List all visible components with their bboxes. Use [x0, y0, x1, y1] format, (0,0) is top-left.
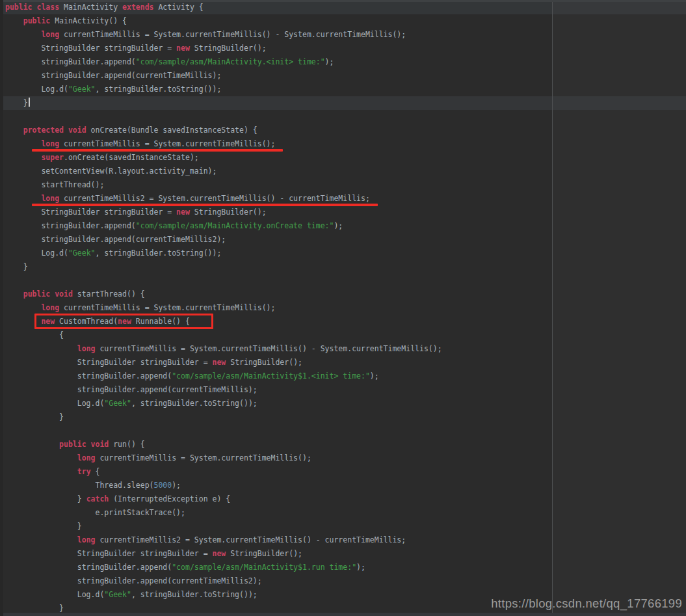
code-token: currentTimeMillis = System.currentTimeMi… [64, 30, 406, 39]
code-line[interactable]: StringBuilder stringBuilder = new String… [0, 206, 686, 219]
code-line[interactable]: stringBuilder.append(currentTimeMillis2)… [0, 233, 686, 247]
code-token [5, 467, 77, 476]
code-token: "Geek" [104, 399, 131, 408]
code-token: stringBuilder.append(currentTimeMillis); [5, 71, 221, 80]
code-token: public class [5, 3, 64, 12]
code-token: currentTimeMillis2 = System.currentTimeM… [64, 194, 370, 203]
code-token: { [5, 330, 64, 340]
code-token: currentTimeMillis = System.currentTimeMi… [64, 303, 275, 312]
editor-bottom-edge [0, 613, 686, 616]
code-token: Thread.sleep( [5, 481, 153, 490]
code-line[interactable]: } [0, 260, 686, 274]
code-line[interactable]: stringBuilder.append("com/sample/asm/Mai… [0, 369, 686, 383]
code-line[interactable]: stringBuilder.append(currentTimeMillis); [0, 383, 686, 397]
code-token [5, 303, 41, 312]
code-line[interactable]: long currentTimeMillis = System.currentT… [0, 342, 686, 356]
code-line[interactable]: startThread(); [0, 178, 686, 192]
code-token: stringBuilder.append(currentTimeMillis2)… [5, 576, 262, 585]
code-token: stringBuilder.append(currentTimeMillis2)… [5, 235, 226, 244]
code-token: stringBuilder.append( [5, 371, 172, 381]
red-underline-annotation [32, 204, 377, 206]
code-token: .onCreate(savedInstanceState); [64, 153, 199, 162]
code-line[interactable]: } [0, 520, 686, 533]
code-token: currentTimeMillis = System.currentTimeMi… [64, 139, 275, 148]
text-caret [29, 98, 30, 107]
code-token: ); [172, 481, 181, 490]
code-token: catch [86, 494, 114, 503]
code-token: try [77, 467, 96, 476]
code-line[interactable]: protected void onCreate(Bundle savedInst… [0, 124, 686, 137]
code-line[interactable]: public void run() { [0, 438, 686, 451]
code-token: "com/sample/asm/MainActivity$1.run time:… [172, 563, 356, 572]
code-line[interactable]: } [0, 96, 686, 110]
code-line[interactable] [0, 110, 686, 124]
code-token: startThread(); [5, 180, 104, 189]
code-token: } [5, 604, 64, 613]
code-line[interactable]: Thread.sleep(5000); [0, 479, 686, 492]
code-line[interactable]: long currentTimeMillis = System.currentT… [0, 28, 686, 42]
code-line[interactable]: } catch (InterruptedException e) { [0, 492, 686, 506]
code-line[interactable]: StringBuilder stringBuilder = new String… [0, 547, 686, 561]
code-token: } [5, 412, 64, 422]
code-token: e.printStackTrace(); [5, 508, 185, 517]
code-line[interactable]: Log.d("Geek", stringBuilder.toString()); [0, 83, 686, 96]
code-token: , stringBuilder.toString()); [131, 590, 257, 599]
code-token: MainActivity [64, 3, 122, 12]
code-line[interactable]: public MainActivity() { [0, 14, 686, 28]
code-token [5, 453, 77, 462]
code-token: "com/sample/asm/MainActivity.<init> time… [136, 57, 325, 66]
code-line[interactable]: stringBuilder.append(currentTimeMillis2)… [0, 574, 686, 588]
code-line[interactable]: stringBuilder.append("com/sample/asm/Mai… [0, 55, 686, 69]
code-line[interactable]: public class MainActivity extends Activi… [0, 1, 686, 14]
code-token: public [23, 16, 55, 25]
code-line[interactable]: public void startThread() { [0, 288, 686, 301]
code-token: long [41, 30, 64, 39]
code-token [5, 139, 41, 148]
code-token: ); [325, 57, 334, 66]
code-token: ); [334, 221, 343, 230]
code-token: setContentView(R.layout.activity_main); [5, 167, 217, 176]
code-token: new [213, 358, 231, 367]
code-line[interactable]: long currentTimeMillis = System.currentT… [0, 451, 686, 465]
code-line[interactable]: stringBuilder.append(currentTimeMillis); [0, 69, 686, 83]
code-token: , stringBuilder.toString()); [95, 85, 221, 94]
code-line[interactable]: setContentView(R.layout.activity_main); [0, 165, 686, 178]
code-token: new [176, 208, 194, 217]
code-line[interactable]: stringBuilder.append("com/sample/asm/Mai… [0, 219, 686, 233]
code-token: Log.d( [5, 248, 68, 258]
code-token: StringBuilder(); [194, 208, 267, 217]
code-token: StringBuilder(); [230, 358, 302, 367]
code-line[interactable]: { [0, 328, 686, 342]
code-editor[interactable]: public class MainActivity extends Activi… [0, 0, 686, 616]
code-token: long [41, 303, 64, 312]
code-token [5, 30, 41, 39]
code-token: , stringBuilder.toString()); [95, 248, 221, 258]
code-line[interactable]: stringBuilder.append("com/sample/asm/Mai… [0, 561, 686, 574]
editor-gutter [0, 0, 3, 616]
code-line[interactable]: long currentTimeMillis = System.currentT… [0, 137, 686, 151]
code-token [5, 289, 23, 299]
code-area[interactable]: public class MainActivity extends Activi… [0, 1, 686, 615]
code-line[interactable]: long currentTimeMillis2 = System.current… [0, 192, 686, 206]
code-line[interactable]: new CustomThread(new Runnable() { [0, 315, 686, 328]
code-line[interactable]: try { [0, 465, 686, 479]
code-token: } [5, 522, 82, 531]
code-line[interactable] [0, 274, 686, 288]
code-line[interactable]: Log.d("Geek", stringBuilder.toString()); [0, 247, 686, 260]
code-line[interactable]: Log.d("Geek", stringBuilder.toString()); [0, 397, 686, 410]
code-line[interactable]: super.onCreate(savedInstanceState); [0, 151, 686, 165]
code-line[interactable]: e.printStackTrace(); [0, 506, 686, 520]
code-line[interactable]: long currentTimeMillis = System.currentT… [0, 301, 686, 315]
red-underline-annotation [32, 149, 283, 152]
code-line[interactable]: long currentTimeMillis2 = System.current… [0, 533, 686, 547]
code-token [5, 194, 41, 203]
csdn-watermark: https://blog.csdn.net/qq_17766199 [491, 596, 682, 611]
code-line[interactable]: } [0, 410, 686, 424]
code-line[interactable]: StringBuilder stringBuilder = new String… [0, 42, 686, 55]
code-token: long [41, 139, 64, 148]
code-token [5, 153, 41, 162]
code-line[interactable] [0, 424, 686, 438]
code-line[interactable]: StringBuilder stringBuilder = new String… [0, 356, 686, 369]
code-token: long [41, 194, 64, 203]
code-token: "Geek" [104, 590, 131, 599]
